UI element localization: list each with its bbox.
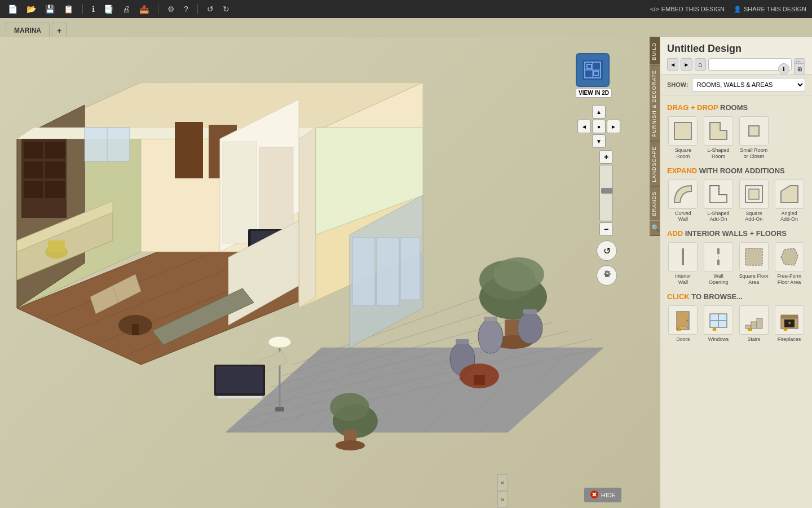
nav-up-button[interactable]: ▲ [592,105,606,119]
fireplaces-item[interactable]: Fireplaces [773,305,805,343]
tab-marina[interactable]: MARINA [6,23,50,37]
redo-button[interactable]: ↻ [220,3,232,15]
show-select[interactable]: ROOMS, WALLS & AREAS [692,78,805,91]
export-icon[interactable]: 📤 [137,3,151,15]
zoom-out-button[interactable]: − [599,222,613,236]
panel-back-button[interactable]: ◄ [667,58,678,71]
drag-drop-grid: SquareRoom L-ShapedRoom [667,116,805,160]
nav-down-button[interactable]: ▼ [592,134,606,148]
side-tab-landscape[interactable]: LANDSCAPE [650,141,660,187]
interior-wall-item[interactable]: InteriorWall [667,242,699,286]
save-icon[interactable]: 💾 [43,3,57,15]
save-as-icon[interactable]: 📋 [61,3,76,15]
side-tab-brands[interactable]: BRANDS [650,186,660,221]
windows-icon [704,305,733,335]
square-addon-item[interactable]: SquareAdd-On [738,179,770,223]
nav-left-button[interactable]: ◄ [577,120,591,133]
angled-addon-item[interactable]: AngledAdd-On [773,179,805,223]
toolbar-right: </> EMBED THIS DESIGN 👤 SHARE THIS DESIG… [650,6,806,13]
square-addon-label: SquareAdd-On [745,211,762,223]
square-floor-item[interactable]: Square FloorArea [738,242,770,286]
svg-rect-114 [751,322,757,329]
square-room-icon [668,116,698,146]
panel-title: Untitled Design [667,43,805,55]
tabbar: MARINA + [0,18,812,37]
section-browse-title: CLICK TO BROWSE... [667,292,805,301]
square-room-label: SquareRoom [675,147,691,160]
panel-collapse-down[interactable]: » [497,491,508,508]
stairs-item[interactable]: Stairs [738,305,770,343]
red-x-icon [590,490,599,499]
canvas-area[interactable]: VIEW IN 2D ▲ ◄ ● ► ▼ + − ↺ [0,37,660,508]
code-icon: </> [650,6,659,12]
new-icon[interactable]: 📄 [6,3,20,15]
interior-grid: InteriorWall WallOpening [667,242,805,286]
expand-grid: CurvedWall L-ShapedAdd-On [667,179,805,223]
zoom-in-button[interactable]: + [599,150,613,164]
collapse-buttons: « » [497,474,508,508]
l-shaped-addon-icon [704,179,733,209]
reset-rotation-button[interactable]: ↺ [597,240,617,261]
svg-rect-82 [275,407,284,411]
help-icon[interactable]: ? [182,3,191,15]
settings-icon[interactable]: ⚙ [165,3,177,15]
svg-rect-103 [717,260,720,265]
panel-content: DRAG + DROP ROOMS SquareRoom [660,95,812,508]
square-floor-icon [739,242,769,271]
svg-point-116 [748,328,752,331]
view-2d-button[interactable]: VIEW IN 2D [576,53,612,98]
section-drag-drop-title: DRAG + DROP ROOMS [667,103,805,112]
zoom-thumb[interactable] [601,188,612,194]
share-link[interactable]: 👤 SHARE THIS DESIGN [734,6,806,13]
svg-point-74 [478,319,503,353]
freeform-floor-icon [775,242,804,271]
fireplaces-label: Fireplaces [778,336,801,343]
side-tab-build[interactable]: BUILD [650,37,660,65]
nav-center-button[interactable]: ● [592,120,606,133]
windows-item[interactable]: Windows [703,305,735,343]
small-room-item[interactable]: Small Roomor Closet [738,116,770,160]
curved-wall-item[interactable]: CurvedWall [667,179,699,223]
zoom-controls: + − [599,150,613,236]
freeform-floor-item[interactable]: Free-FormFloor Area [773,242,805,286]
square-room-item[interactable]: SquareRoom [667,116,699,160]
stairs-icon [739,305,769,335]
main-area: VIEW IN 2D ▲ ◄ ● ► ▼ + − ↺ [0,37,812,508]
nav-row-top: ▲ [592,105,606,119]
svg-point-107 [686,319,689,322]
svg-rect-79 [474,375,485,385]
svg-rect-119 [781,315,798,318]
print-icon[interactable]: 🖨 [120,3,133,15]
gear-icon [601,270,612,281]
panel-forward-button[interactable]: ► [681,58,692,71]
panel-home-button[interactable]: ⌂ [695,58,706,71]
doors-label: Doors [676,336,690,343]
pages-icon[interactable]: 📑 [102,3,116,15]
hide-icon [590,490,599,500]
open-icon[interactable]: 📂 [24,3,38,15]
panel-expand-button[interactable]: ⊞ [794,63,805,75]
wall-opening-item[interactable]: WallOpening [703,242,735,286]
svg-rect-42 [45,181,65,198]
svg-point-70 [336,440,365,450]
svg-point-120 [784,328,787,331]
side-tab-search[interactable]: 🔍 [650,221,660,236]
tab-add[interactable]: + [52,23,67,37]
hide-button[interactable]: HIDE [584,488,621,502]
3d-view [0,37,660,508]
info-icon[interactable]: ℹ [90,3,97,15]
doors-item[interactable]: Doors [667,305,699,343]
l-shaped-room-item[interactable]: L-ShapedRoom [703,116,735,160]
small-room-label: Small Roomor Closet [740,147,767,160]
panel-collapse-up[interactable]: « [497,474,508,491]
l-shaped-addon-item[interactable]: L-ShapedAdd-On [703,179,735,223]
panel-info-button[interactable]: ℹ [778,63,789,75]
undo-button[interactable]: ↺ [205,3,216,15]
canvas-settings-button[interactable] [597,265,617,286]
nav-right-button[interactable]: ► [607,120,620,133]
zoom-track[interactable] [599,165,613,221]
l-shaped-addon-label: L-ShapedAdd-On [708,211,730,223]
curved-wall-label: CurvedWall [675,211,691,223]
side-tab-furnish[interactable]: FURNISH & DECORATE [650,65,660,141]
embed-link[interactable]: </> EMBED THIS DESIGN [650,6,725,12]
